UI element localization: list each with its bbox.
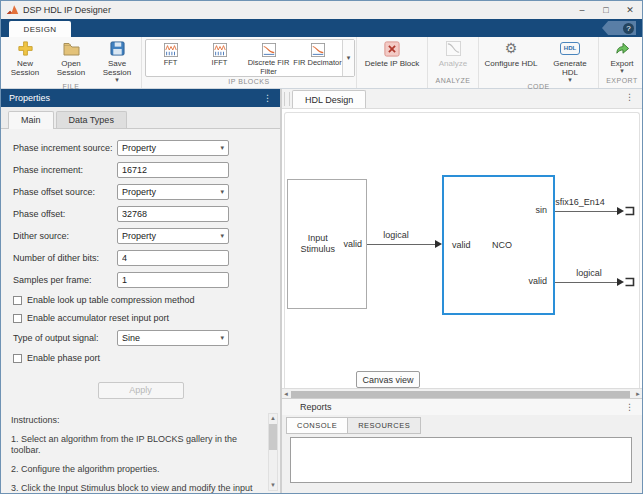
reports-panel: Reports ⋮ CONSOLE RESOURCES	[282, 398, 642, 493]
canvas-horizontal-scrollbar[interactable]: ◄ ►	[282, 388, 642, 398]
output-terminal-icon	[617, 275, 636, 289]
input-stimulus-valid-port: valid	[343, 239, 362, 249]
properties-menu-icon[interactable]: ⋮	[263, 93, 272, 103]
dither-bits-input[interactable]	[117, 250, 229, 266]
phase-increment-source-value: Property	[122, 143, 156, 153]
toolbar-group-analyze: Analyze ANALYZE	[428, 37, 479, 88]
lut-compression-label: Enable look up table compression method	[27, 295, 195, 305]
phase-offset-source-select[interactable]: Property ▾	[117, 184, 229, 200]
lut-compression-checkbox[interactable]	[13, 296, 22, 305]
hdl-icon: HDL	[560, 40, 580, 57]
logical-out-label: logical	[557, 268, 621, 278]
canvas-view-button[interactable]: Canvas view	[356, 371, 420, 388]
delete-group-label	[358, 77, 426, 88]
new-session-label: New Session	[6, 59, 44, 77]
toolbar-group-export: Export ▾ EXPORT	[599, 37, 643, 88]
fir-decimator-icon	[311, 43, 325, 58]
export-group-label: EXPORT	[600, 77, 643, 88]
save-floppy-icon	[110, 40, 125, 57]
delete-ip-block-button[interactable]: Delete IP Block	[358, 37, 426, 77]
phase-port-checkbox[interactable]	[13, 354, 22, 363]
dither-source-select[interactable]: Property ▾	[117, 228, 229, 244]
close-button[interactable]: ✕	[618, 1, 642, 19]
phase-increment-source-select[interactable]: Property ▾	[117, 140, 229, 156]
console-output[interactable]	[290, 437, 632, 483]
wire-sin-output[interactable]	[555, 211, 617, 212]
nco-valid-in-port: valid	[452, 240, 471, 250]
ifft-icon	[213, 43, 227, 58]
gallery-item-ifft-label: IFFT	[212, 59, 228, 68]
nco-block[interactable]: valid NCO sin valid	[442, 175, 555, 315]
gallery-item-fir-decimator[interactable]: FIR Decimator	[293, 40, 342, 76]
field-phase-increment-source: Phase increment source: Property ▾	[13, 137, 280, 159]
generate-hdl-button[interactable]: HDL Generate HDL ▾	[542, 37, 598, 83]
properties-tabbar: Main Data Types	[1, 107, 280, 129]
phase-offset-source-label: Phase offset source:	[13, 187, 117, 197]
output-signal-label: Type of output signal:	[13, 333, 117, 343]
wire-input-to-nco[interactable]	[367, 244, 435, 245]
toolbar-group-file: New Session Open Session Save Session ▾ …	[1, 37, 142, 88]
tab-design[interactable]: DESIGN	[9, 21, 71, 37]
reports-title: Reports	[300, 402, 332, 412]
properties-panel: Properties ⋮ Main Data Types Phase incre…	[1, 89, 282, 493]
scrollbar-thumb[interactable]	[269, 424, 277, 450]
reports-menu-icon[interactable]: ⋮	[625, 402, 634, 412]
field-phase-offset-source: Phase offset source: Property ▾	[13, 181, 280, 203]
maximize-button[interactable]: □	[594, 1, 618, 19]
samples-per-frame-input[interactable]	[117, 272, 229, 288]
export-arrow-icon	[614, 40, 631, 57]
phase-port-label: Enable phase port	[27, 353, 100, 363]
wire-valid-output[interactable]	[555, 282, 617, 283]
tab-console[interactable]: CONSOLE	[286, 417, 348, 434]
save-session-button[interactable]: Save Session ▾	[94, 37, 140, 83]
export-caret-icon[interactable]: ▾	[620, 68, 624, 74]
instructions-scrollbar[interactable]: ▲ ▼	[268, 413, 278, 491]
minimize-button[interactable]: –	[570, 1, 594, 19]
gallery-item-fft[interactable]: FFT	[146, 40, 195, 76]
app-window: DSP HDL IP Designer – □ ✕ DESIGN ? New S…	[0, 0, 643, 494]
configure-hdl-button[interactable]: ⚙ Configure HDL	[480, 37, 542, 83]
output-signal-select[interactable]: Sine ▾	[117, 330, 229, 346]
tab-data-types[interactable]: Data Types	[56, 111, 127, 128]
configure-hdl-label: Configure HDL	[485, 59, 538, 68]
tab-resources[interactable]: RESOURCES	[348, 417, 421, 434]
accumulator-reset-checkbox[interactable]	[13, 314, 22, 323]
generate-hdl-label: Generate HDL	[546, 59, 594, 77]
document-tabbar: HDL Design ⋮	[282, 89, 642, 109]
help-button[interactable]: ?	[602, 21, 636, 35]
phase-increment-input[interactable]	[117, 162, 229, 178]
toolbar-group-ip-blocks: FFT IFFT Discrete FIR Filter	[142, 37, 357, 88]
chevron-down-icon: ▾	[220, 334, 224, 342]
apply-button[interactable]: Apply	[98, 382, 184, 399]
scroll-up-icon[interactable]: ▲	[270, 414, 276, 423]
document-menu-icon[interactable]: ⋮	[625, 92, 634, 102]
export-button[interactable]: Export ▾	[600, 37, 643, 77]
scroll-down-icon[interactable]: ▼	[270, 481, 276, 490]
delete-icon	[384, 40, 400, 57]
gallery-item-discrete-fir[interactable]: Discrete FIR Filter	[244, 40, 293, 76]
open-session-label: Open Session	[52, 59, 90, 77]
tab-hdl-design[interactable]: HDL Design	[292, 90, 366, 108]
scroll-left-icon[interactable]: ◄	[282, 391, 290, 397]
new-session-button[interactable]: New Session	[2, 37, 48, 83]
panel-grip-handle[interactable]	[284, 92, 290, 106]
wire-arrowhead-icon	[435, 240, 442, 248]
open-session-button[interactable]: Open Session	[48, 37, 94, 83]
gallery-item-discrete-fir-label: Discrete FIR Filter	[244, 59, 293, 76]
hdl-badge-text: HDL	[560, 42, 580, 55]
title-bar: DSP HDL IP Designer – □ ✕	[1, 1, 642, 19]
gear-icon: ⚙	[505, 40, 518, 57]
phase-offset-input[interactable]	[117, 206, 229, 222]
tab-main[interactable]: Main	[8, 111, 54, 129]
checkbox-row-accumulator: Enable accumulator reset input port	[13, 309, 280, 327]
gallery-item-ifft[interactable]: IFFT	[195, 40, 244, 76]
hscrollbar-thumb[interactable]	[291, 391, 630, 398]
reports-tabbar: CONSOLE RESOURCES	[282, 415, 642, 434]
scroll-right-icon[interactable]: ►	[634, 391, 642, 397]
analyze-label: Analyze	[439, 59, 467, 68]
design-canvas[interactable]: Input Stimulus valid logical valid NCO s…	[282, 109, 642, 388]
output-terminal-icon	[617, 204, 636, 218]
gallery-dropdown-button[interactable]: ▾	[342, 40, 354, 76]
ip-blocks-gallery: FFT IFFT Discrete FIR Filter	[145, 39, 355, 77]
input-stimulus-block[interactable]: Input Stimulus valid	[287, 179, 367, 309]
